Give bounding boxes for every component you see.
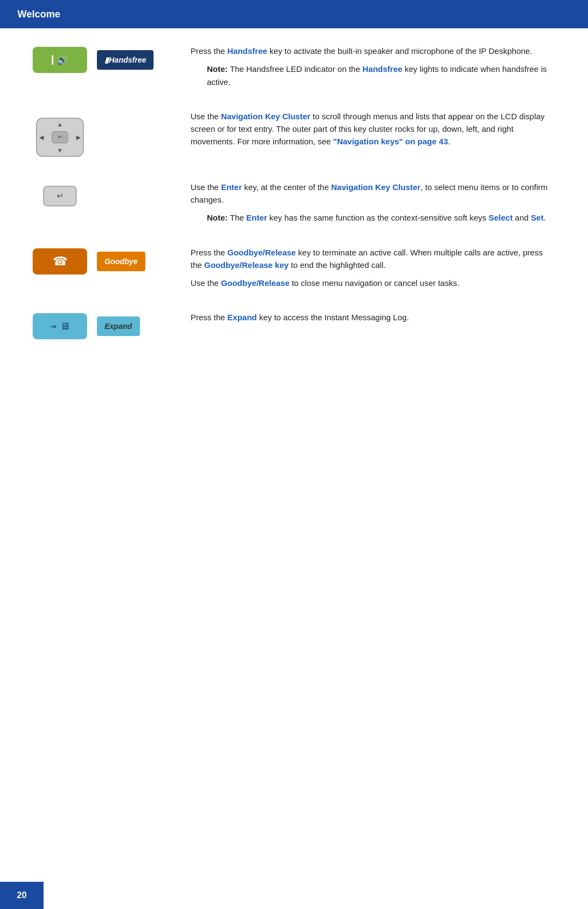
expand-text: Press the Expand key to access the Insta… bbox=[191, 311, 555, 324]
goodbye-description-1: Press the Goodbye/Release key to termina… bbox=[191, 246, 555, 272]
speaker-icon: 🔊 bbox=[57, 54, 68, 66]
nav-cluster-description: Use the Navigation Key Cluster to scroll… bbox=[191, 110, 555, 148]
led-bar-icon bbox=[52, 55, 53, 65]
enter-mid: key, at the center of the bbox=[242, 182, 331, 192]
enter-note: Note: The Enter key has the same functio… bbox=[207, 211, 555, 224]
desc-prefix: Press the bbox=[191, 46, 228, 56]
enter-description: Use the Enter key, at the center of the … bbox=[191, 181, 555, 206]
note2-text1: The bbox=[228, 213, 246, 222]
expand-suffix: key to access the Instant Messaging Log. bbox=[257, 313, 409, 322]
header-title: Welcome bbox=[17, 9, 60, 20]
goodbye-use-prefix: Use the bbox=[191, 278, 221, 288]
icon-area-goodbye: ☎ Goodbye bbox=[33, 246, 191, 274]
enter-prefix: Use the bbox=[191, 182, 221, 192]
arrow-left-icon: ◀ bbox=[39, 133, 44, 141]
phone-icon: ☎ bbox=[53, 254, 68, 269]
note2-text2: key has the same function as the context… bbox=[267, 213, 489, 222]
goodbye-keyword-3: Goodbye/Release bbox=[221, 278, 290, 288]
enter-key-container: ↵ bbox=[33, 183, 87, 209]
goodbye-label-text: Goodbye bbox=[105, 257, 138, 266]
expand-keyword: Expand bbox=[228, 313, 257, 322]
handsfree-text: Press the Handsfree key to activate the … bbox=[191, 45, 555, 88]
enter-key-icon: ↵ bbox=[43, 186, 77, 206]
entry-enter: ↵ Use the Enter key, at the center of th… bbox=[33, 181, 555, 224]
nav-cluster-text: Use the Navigation Key Cluster to scroll… bbox=[191, 110, 555, 148]
goodbye-prefix: Press the bbox=[191, 248, 228, 257]
nav-cluster-ref: Navigation Key Cluster bbox=[331, 182, 420, 192]
entry-expand: ⇒ 🖥 Expand Press the Expand key to acces… bbox=[33, 311, 555, 339]
enter-arrow-symbol: ↵ bbox=[57, 191, 64, 201]
nav-link[interactable]: "Navigation keys" on page 43 bbox=[333, 137, 448, 146]
expand-description: Press the Expand key to access the Insta… bbox=[191, 311, 555, 324]
goodbye-keyword-2: Goodbye/Release key bbox=[204, 260, 289, 270]
select-keyword: Select bbox=[488, 213, 512, 222]
set-keyword: Set bbox=[531, 213, 543, 222]
note2-text3: and bbox=[513, 213, 531, 222]
page-footer: 20 bbox=[0, 882, 44, 909]
note-label: Note: bbox=[207, 64, 228, 74]
expand-prefix: Press the bbox=[191, 313, 228, 322]
enter-keyword: Enter bbox=[221, 182, 242, 192]
nav-cluster-keyword: Navigation Key Cluster bbox=[221, 112, 310, 121]
goodbye-description-2: Use the Goodbye/Release to close menu na… bbox=[191, 277, 555, 289]
enter-note-text: Note: The Enter key has the same functio… bbox=[207, 211, 555, 224]
arrow-right-icon: ▶ bbox=[76, 133, 81, 141]
entry-goodbye: ☎ Goodbye Press the Goodbye/Release key … bbox=[33, 246, 555, 290]
icon-area-nav: ▲ ▼ ◀ ▶ ↵ bbox=[33, 110, 191, 159]
note-label-2: Note: bbox=[207, 213, 228, 222]
entry-nav-cluster: ▲ ▼ ◀ ▶ ↵ Use the Navigation Key Cluster… bbox=[33, 110, 555, 159]
arrow-up-icon: ▲ bbox=[57, 121, 63, 127]
enter-note-keyword: Enter bbox=[246, 213, 267, 222]
arrow-down-icon: ▼ bbox=[57, 147, 63, 154]
icon-area-expand: ⇒ 🖥 Expand bbox=[33, 311, 191, 339]
note-keyword: Handsfree bbox=[363, 64, 402, 74]
nav-prefix: Use the bbox=[191, 112, 221, 121]
goodbye-physical-key: ☎ bbox=[33, 248, 87, 274]
handsfree-physical-key: 🔊 bbox=[33, 47, 87, 73]
page-content: 🔊 ▮Handsfree Press the Handsfree key to … bbox=[0, 28, 588, 394]
expand-monitor-icon: 🖥 bbox=[60, 321, 70, 332]
handsfree-keyword: Handsfree bbox=[228, 46, 267, 56]
expand-label-key: Expand bbox=[97, 316, 140, 336]
nav-cluster-icon: ▲ ▼ ◀ ▶ ↵ bbox=[36, 118, 84, 157]
expand-arrow-icon: ⇒ bbox=[50, 322, 57, 331]
note2-text4: . bbox=[543, 213, 546, 222]
handsfree-description: Press the Handsfree key to activate the … bbox=[191, 45, 555, 57]
note-text-1: The Handsfree LED indicator on the bbox=[228, 64, 362, 74]
handsfree-note-text: Note: The Handsfree LED indicator on the… bbox=[207, 63, 555, 88]
expand-label-text: Expand bbox=[105, 322, 132, 331]
page-number: 20 bbox=[17, 890, 27, 900]
handsfree-note: Note: The Handsfree LED indicator on the… bbox=[207, 63, 555, 88]
handsfree-label-text: ▮Handsfree bbox=[105, 56, 146, 64]
entry-handsfree: 🔊 ▮Handsfree Press the Handsfree key to … bbox=[33, 45, 555, 88]
icon-area-enter: ↵ bbox=[33, 181, 191, 209]
goodbye-use-suffix: to close menu navigation or cancel user … bbox=[290, 278, 460, 288]
enter-symbol: ↵ bbox=[58, 133, 63, 141]
nav-center-button: ↵ bbox=[52, 131, 68, 143]
desc-suffix: key to activate the built-in speaker and… bbox=[267, 46, 532, 56]
nav-cluster-container: ▲ ▼ ◀ ▶ ↵ bbox=[33, 115, 87, 159]
icon-area-handsfree: 🔊 ▮Handsfree bbox=[33, 45, 191, 73]
handsfree-label-key: ▮Handsfree bbox=[97, 50, 154, 70]
expand-physical-key: ⇒ 🖥 bbox=[33, 313, 87, 339]
header-bar: Welcome bbox=[0, 0, 588, 28]
goodbye-label-key: Goodbye bbox=[97, 252, 145, 271]
goodbye-keyword-1: Goodbye/Release bbox=[228, 248, 296, 257]
enter-text: Use the Enter key, at the center of the … bbox=[191, 181, 555, 224]
goodbye-text: Press the Goodbye/Release key to termina… bbox=[191, 246, 555, 290]
goodbye-suffix: to end the highlighted call. bbox=[289, 260, 385, 270]
